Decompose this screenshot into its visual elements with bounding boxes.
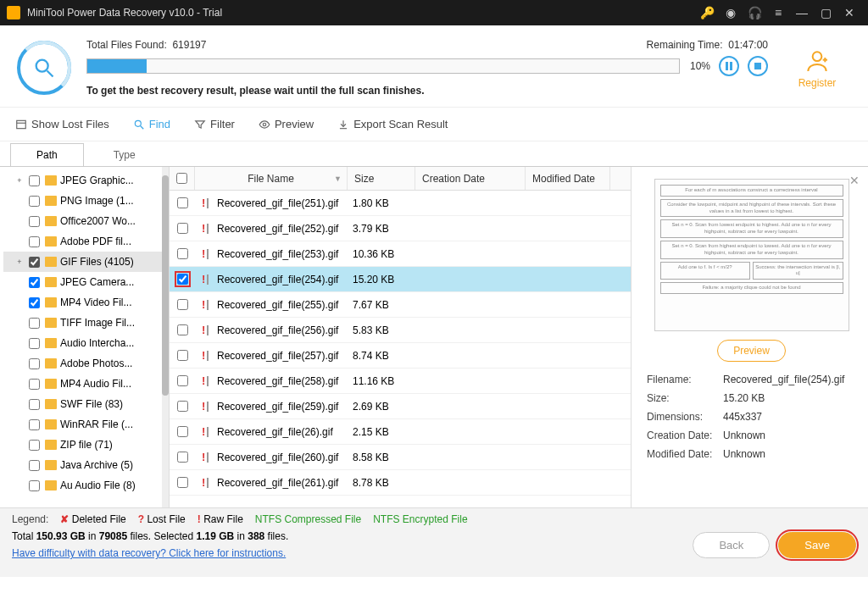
tree-item[interactable]: SWF File (83) — [3, 394, 169, 414]
expand-icon[interactable] — [15, 298, 24, 307]
preview-open-button[interactable]: Preview — [717, 340, 786, 362]
tree-checkbox[interactable] — [29, 358, 40, 369]
file-row[interactable]: !Recovered_gif_file(254).gif15.20 KB — [170, 267, 631, 292]
pause-button[interactable] — [719, 56, 739, 76]
tree-checkbox[interactable] — [29, 257, 40, 268]
tree-item[interactable]: TIFF Image Fil... — [3, 313, 169, 333]
tree-item[interactable]: MP4 Audio Fil... — [3, 374, 169, 394]
file-checkbox[interactable] — [177, 223, 188, 234]
tree-checkbox[interactable] — [29, 338, 40, 349]
register-button[interactable]: Register — [783, 47, 851, 89]
show-lost-files-button[interactable]: Show Lost Files — [15, 118, 109, 130]
file-checkbox[interactable] — [177, 248, 188, 259]
stop-button[interactable] — [748, 56, 768, 76]
tree-checkbox[interactable] — [29, 318, 40, 329]
tree-checkbox[interactable] — [29, 196, 40, 207]
tree-item[interactable]: WinRAR File (... — [3, 414, 169, 435]
file-checkbox[interactable] — [177, 324, 188, 335]
tab-type[interactable]: Type — [87, 143, 162, 166]
column-size[interactable]: Size — [348, 167, 415, 190]
tab-path[interactable]: Path — [10, 143, 84, 166]
tree-item[interactable]: Adobe Photos... — [3, 353, 169, 374]
file-row[interactable]: !Recovered_gif_file(26).gif2.15 KB — [170, 419, 631, 445]
headphones-icon[interactable]: 🎧 — [743, 6, 766, 19]
minimize-icon[interactable]: — — [790, 6, 814, 19]
file-row[interactable]: !Recovered_gif_file(259).gif2.69 KB — [170, 394, 631, 419]
column-modified-date[interactable]: Modified Date — [526, 167, 610, 190]
tree-item[interactable]: Adobe PDF fil... — [3, 231, 169, 252]
help-link[interactable]: Have difficulty with data recovery? Clic… — [12, 547, 286, 559]
file-checkbox[interactable] — [177, 401, 188, 412]
tree-checkbox[interactable] — [29, 379, 40, 390]
select-all-checkbox[interactable] — [176, 173, 187, 184]
expand-icon[interactable] — [15, 339, 24, 347]
file-checkbox[interactable] — [177, 274, 188, 285]
disc-icon[interactable]: ◉ — [719, 6, 743, 19]
file-row[interactable]: !Recovered_gif_file(255).gif7.67 KB — [170, 292, 631, 318]
column-creation-date[interactable]: Creation Date — [415, 167, 526, 190]
tree-checkbox[interactable] — [29, 419, 40, 430]
file-row[interactable]: !Recovered_gif_file(260).gif8.58 KB — [170, 445, 631, 470]
expand-icon[interactable] — [15, 278, 24, 286]
tree-item[interactable]: Au Audio File (8) — [3, 475, 169, 496]
tree-item[interactable]: Java Archive (5) — [3, 455, 169, 475]
expand-icon[interactable] — [15, 319, 24, 327]
preview-button[interactable]: Preview — [259, 118, 314, 130]
tree-item[interactable]: PNG Image (1... — [3, 191, 169, 211]
tree-checkbox[interactable] — [29, 480, 40, 491]
expand-icon[interactable] — [15, 420, 24, 429]
find-button[interactable]: Find — [133, 118, 170, 130]
file-row[interactable]: !Recovered_gif_file(253).gif10.36 KB — [170, 241, 631, 267]
column-filename[interactable]: File Name▼ — [195, 167, 348, 190]
close-icon[interactable]: ✕ — [837, 6, 861, 19]
tree-item[interactable]: +GIF Files (4105) — [3, 252, 169, 272]
tree-checkbox[interactable] — [29, 236, 40, 247]
expand-icon[interactable] — [15, 197, 24, 205]
expand-icon[interactable] — [15, 461, 24, 469]
file-row[interactable]: !Recovered_gif_file(251).gif1.80 KB — [170, 191, 631, 216]
menu-icon[interactable]: ≡ — [766, 6, 790, 19]
file-row[interactable]: !Recovered_gif_file(252).gif3.79 KB — [170, 216, 631, 241]
maximize-icon[interactable]: ▢ — [814, 6, 837, 19]
tree-item[interactable]: MP4 Video Fil... — [3, 292, 169, 313]
key-icon[interactable]: 🔑 — [695, 6, 719, 19]
back-button[interactable]: Back — [693, 532, 770, 558]
file-checkbox[interactable] — [177, 350, 188, 361]
expand-icon[interactable] — [15, 237, 24, 246]
file-checkbox[interactable] — [177, 477, 188, 488]
file-checkbox[interactable] — [177, 375, 188, 386]
file-checkbox[interactable] — [177, 197, 188, 208]
expand-icon[interactable] — [15, 400, 24, 408]
expand-icon[interactable] — [15, 359, 24, 368]
tree-item[interactable]: Audio Intercha... — [3, 333, 169, 353]
expand-icon[interactable] — [15, 481, 24, 490]
tree-item[interactable]: JPEG Camera... — [3, 272, 169, 292]
export-button[interactable]: Export Scan Result — [337, 118, 448, 130]
tree-item[interactable]: +JPEG Graphic... — [3, 170, 169, 191]
tree-checkbox[interactable] — [29, 216, 40, 227]
tree-checkbox[interactable] — [29, 399, 40, 410]
expand-icon[interactable] — [15, 441, 24, 449]
expand-icon[interactable] — [15, 217, 24, 225]
expand-icon[interactable] — [15, 380, 24, 388]
file-row[interactable]: !Recovered_gif_file(261).gif8.78 KB — [170, 470, 631, 496]
file-row[interactable]: !Recovered_gif_file(257).gif8.74 KB — [170, 343, 631, 369]
file-row[interactable]: !Recovered_gif_file(258).gif11.16 KB — [170, 369, 631, 394]
tree-checkbox[interactable] — [29, 297, 40, 308]
file-checkbox[interactable] — [177, 426, 188, 437]
expand-icon[interactable]: + — [15, 176, 24, 185]
tree-item[interactable]: ZIP file (71) — [3, 435, 169, 455]
tree-scrollbar[interactable] — [162, 167, 169, 507]
tree-item[interactable]: Office2007 Wo... — [3, 211, 169, 231]
tree-checkbox[interactable] — [29, 175, 40, 186]
tree-checkbox[interactable] — [29, 277, 40, 288]
tree-checkbox[interactable] — [29, 440, 40, 451]
file-row[interactable]: !Recovered_gif_file(256).gif5.83 KB — [170, 318, 631, 343]
expand-icon[interactable]: + — [15, 258, 24, 266]
file-checkbox[interactable] — [177, 299, 188, 310]
save-button[interactable]: Save — [778, 532, 856, 558]
filter-button[interactable]: Filter — [194, 118, 235, 130]
preview-close-icon[interactable]: ✕ — [849, 174, 860, 187]
tree-checkbox[interactable] — [29, 460, 40, 471]
file-checkbox[interactable] — [177, 452, 188, 463]
